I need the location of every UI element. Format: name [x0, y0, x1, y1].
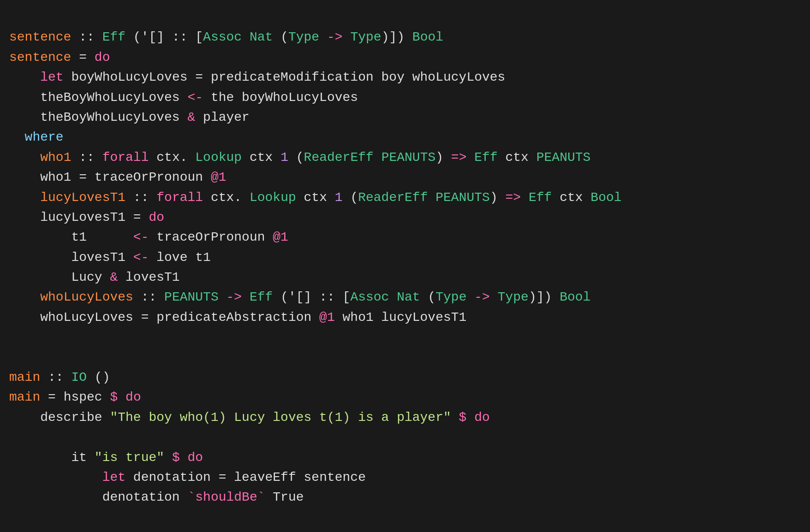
line-11: t1 <- traceOrPronoun @1 [9, 230, 288, 244]
line-2: sentence = do [9, 50, 110, 65]
code-editor: sentence :: Eff ('[] :: [Assoc Nat (Type… [9, 7, 801, 508]
line-15: whoLucyLoves = predicateAbstraction @1 w… [9, 310, 466, 325]
line-14: whoLucyLoves :: PEANUTS -> Eff ('[] :: [… [9, 290, 590, 304]
line-5: theBoyWhoLucyLoves & player [9, 110, 250, 124]
line-12: lovesT1 <- love t1 [9, 250, 211, 265]
line-6: where [9, 130, 64, 144]
line-23: let denotation = leaveEff sentence [9, 470, 366, 485]
line-19: main = hspec $ do [9, 390, 141, 404]
line-4: theBoyWhoLucyLoves <- the boyWhoLucyLove… [9, 90, 358, 105]
line-10: lucyLovesT1 = do [9, 210, 164, 225]
line-3: let boyWhoLucyLoves = predicateModificat… [9, 70, 505, 84]
line-20: describe "The boy who(1) Lucy loves t(1)… [9, 410, 490, 425]
line-7: who1 :: forall ctx. Lookup ctx 1 (Reader… [9, 150, 590, 165]
line-13: Lucy & lovesT1 [9, 270, 180, 284]
line-24: denotation `shouldBe` True [9, 490, 304, 504]
line-18: main :: IO () [9, 370, 110, 384]
line-9: lucyLovesT1 :: forall ctx. Lookup ctx 1 … [9, 190, 622, 205]
line-1: sentence :: Eff ('[] :: [Assoc Nat (Type… [9, 30, 443, 44]
line-8: who1 = traceOrPronoun @1 [9, 170, 226, 184]
line-22: it "is true" $ do [9, 450, 203, 465]
